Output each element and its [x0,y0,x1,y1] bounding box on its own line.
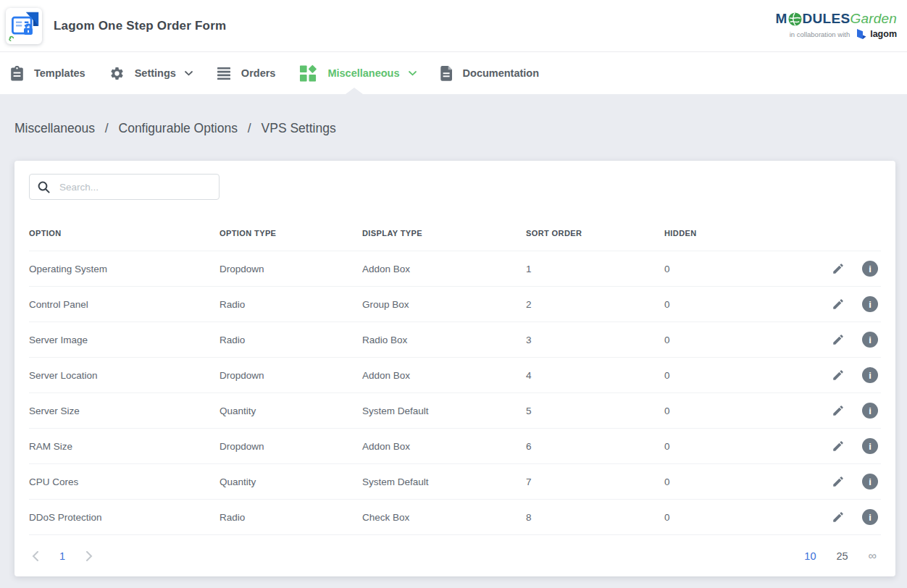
cell-option: Operating System [29,263,220,275]
cell-display-type: System Default [362,405,526,417]
options-card: OPTION OPTION TYPE DISPLAY TYPE SORT ORD… [14,161,895,576]
app-logo-icon [6,8,42,44]
cell-sort-order: 5 [526,405,664,417]
cell-hidden: 0 [664,476,774,488]
nav-label: Templates [34,67,85,79]
nav-item-miscellaneous[interactable]: Miscellaneous [299,64,416,83]
page-number[interactable]: 1 [59,550,65,562]
nav-label: Settings [135,67,176,79]
cell-hidden: 0 [664,298,774,311]
table-row: RAM Size Dropdown Addon Box 6 0 i [29,428,881,463]
info-icon[interactable]: i [862,332,878,348]
nav-item-orders[interactable]: Orders [217,67,276,80]
lagom-logo-icon [855,28,867,41]
cell-hidden: 0 [664,511,774,524]
page-size-25[interactable]: 25 [836,550,848,562]
nav-item-settings[interactable]: Settings [109,66,193,81]
document-icon [440,66,453,81]
table-row: DDoS Protection Radio Check Box 8 0 i [29,499,881,534]
page-size-10[interactable]: 10 [804,550,816,562]
active-tab-pointer [346,88,363,94]
page-size-all[interactable]: ∞ [869,550,877,563]
row-actions: i [774,509,881,525]
cell-hidden: 0 [664,405,774,417]
nav-label: Orders [241,67,276,79]
prev-page-icon[interactable] [30,550,40,563]
breadcrumb: Miscellaneous / Configurable Options / V… [0,94,907,135]
breadcrumb-current: VPS Settings [262,121,336,135]
cell-display-type: Addon Box [362,440,526,453]
page-size-selector: 10 25 ∞ [804,550,877,563]
cell-hidden: 0 [664,334,774,346]
edit-pencil-icon[interactable] [832,333,845,346]
edit-pencil-icon[interactable] [832,511,845,524]
cell-display-type: Radio Box [362,334,526,346]
table-row: CPU Cores Quantity System Default 7 0 i [29,463,881,499]
next-page-icon[interactable] [85,550,94,563]
breadcrumb-configurable-options[interactable]: Configurable Options [119,121,238,135]
brand-garden: Garden [850,12,897,26]
collab-text: in collaboration with [790,30,850,38]
edit-pencil-icon[interactable] [832,404,845,417]
cell-display-type: Addon Box [362,263,526,275]
topbar: Lagom One Step Order Form M DULES Garden… [0,0,907,52]
nav-item-templates[interactable]: Templates [10,66,85,81]
col-header-display-type: DISPLAY TYPE [362,229,526,238]
row-actions: i [774,403,881,419]
cell-option-type: Quantity [220,405,362,417]
table-header: OPTION OPTION TYPE DISPLAY TYPE SORT ORD… [29,204,881,251]
table-row: Server Location Dropdown Addon Box 4 0 i [29,357,881,392]
cell-option: Server Image [29,334,220,346]
cell-option-type: Dropdown [220,263,362,275]
breadcrumb-miscellaneous[interactable]: Miscellaneous [14,121,95,135]
cell-display-type: Group Box [362,298,526,311]
cell-hidden: 0 [664,440,774,453]
row-actions: i [774,296,881,312]
info-icon[interactable]: i [862,403,878,419]
edit-pencil-icon[interactable] [832,262,845,275]
col-header-option: OPTION [29,229,220,238]
row-actions: i [774,332,881,348]
cell-hidden: 0 [664,369,774,382]
lagom-text: lagom [870,29,897,39]
cell-hidden: 0 [664,263,774,275]
info-icon[interactable]: i [862,367,878,383]
cell-option: Server Size [29,405,220,417]
info-icon[interactable]: i [862,261,878,277]
search-box[interactable] [29,174,220,200]
edit-pencil-icon[interactable] [832,440,845,453]
nav-label: Miscellaneous [327,67,399,79]
chevron-down-icon [409,71,417,76]
globe-icon [788,12,802,26]
modulesgarden-brand: M DULES Garden in collaboration with [775,12,897,41]
table-footer: 1 10 25 ∞ [29,534,881,576]
cell-sort-order: 8 [526,511,664,524]
info-icon[interactable]: i [862,438,878,454]
cell-display-type: System Default [362,476,526,488]
cell-sort-order: 7 [526,476,664,488]
edit-pencil-icon[interactable] [832,369,845,382]
edit-pencil-icon[interactable] [832,298,845,311]
row-actions: i [774,367,881,383]
cell-sort-order: 1 [526,263,664,275]
grid-icon [299,64,317,83]
nav-item-documentation[interactable]: Documentation [440,66,540,81]
cell-sort-order: 3 [526,334,664,346]
edit-pencil-icon[interactable] [832,475,845,488]
cell-option-type: Radio [220,298,362,311]
cell-display-type: Addon Box [362,369,526,382]
row-actions: i [774,261,881,277]
col-header-option-type: OPTION TYPE [220,229,362,238]
brand-modules-rest: DULES [803,12,850,26]
info-icon[interactable]: i [862,474,878,490]
col-header-hidden: HIDDEN [664,229,774,238]
table-row: Operating System Dropdown Addon Box 1 0 … [29,251,881,286]
info-icon[interactable]: i [862,509,878,525]
breadcrumb-separator: / [105,121,109,135]
chevron-down-icon [185,71,193,76]
search-input[interactable] [58,181,211,193]
cell-option-type: Dropdown [220,440,362,453]
cell-option-type: Radio [220,334,362,346]
info-icon[interactable]: i [862,296,878,312]
search-icon [38,181,50,193]
